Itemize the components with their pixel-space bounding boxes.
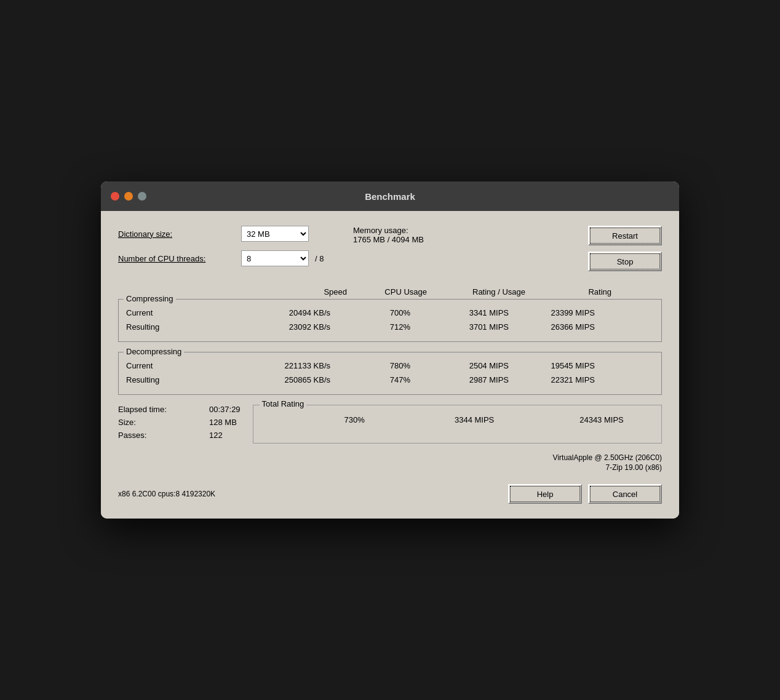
action-buttons: Restart Stop xyxy=(588,226,662,271)
header-rating-usage: Rating / Usage xyxy=(432,287,530,296)
cpu-threads-select[interactable]: 8 1 2 4 16 xyxy=(241,250,309,266)
bottom-buttons: Help Cancel xyxy=(508,484,662,504)
compressing-group: Compressing Current 20494 KB/s 700% 3341… xyxy=(118,299,662,342)
total-rating-title: Total Rating xyxy=(260,399,307,408)
comp-resulting-speed: 23092 KB/s xyxy=(249,322,335,332)
dictionary-size-select[interactable]: 32 MB 64 MB 128 MB 256 MB xyxy=(241,226,309,242)
stats-section: Elapsed time: 00:37:29 Size: 128 MB Pass… xyxy=(118,405,241,443)
total-rating-cpu: 730% xyxy=(291,415,365,424)
comp-resulting-rating: 26366 MIPS xyxy=(514,322,600,332)
maximize-button[interactable] xyxy=(138,192,146,201)
close-button[interactable] xyxy=(111,192,119,201)
form-section: Dictionary size: 32 MB 64 MB 128 MB 256 … xyxy=(118,226,341,275)
decompressing-label: Decompressing xyxy=(124,347,184,356)
total-rating-mips: 3344 MIPS xyxy=(420,415,494,424)
bottom-section: Elapsed time: 00:37:29 Size: 128 MB Pass… xyxy=(118,405,662,443)
decomp-current-rating: 19545 MIPS xyxy=(514,361,600,370)
comp-resulting-cpu: 712% xyxy=(335,322,415,332)
window-title: Benchmark xyxy=(365,191,415,202)
system-info: x86 6.2C00 cpus:8 4192320K xyxy=(118,490,215,498)
decompressing-group: Decompressing Current 221133 KB/s 780% 2… xyxy=(118,352,662,395)
traffic-lights xyxy=(111,192,146,201)
passes-label: Passes: xyxy=(118,431,204,440)
compressing-current-row: Current 20494 KB/s 700% 3341 MIPS 23399 … xyxy=(126,306,654,320)
passes-value: 122 xyxy=(209,431,223,440)
memory-section: Memory usage: 1765 MB / 4094 MB xyxy=(353,226,576,244)
benchmark-window: Benchmark Dictionary size: 32 MB 64 MB 1… xyxy=(101,181,679,519)
decomp-resulting-cpu: 747% xyxy=(335,375,415,384)
window-content: Dictionary size: 32 MB 64 MB 128 MB 256 … xyxy=(101,211,679,519)
elapsed-row: Elapsed time: 00:37:29 xyxy=(118,405,241,414)
bottom-bar: x86 6.2C00 cpus:8 4192320K Help Cancel xyxy=(118,484,662,504)
comp-current-rating-usage: 3341 MIPS xyxy=(415,308,514,317)
decomp-current-row: Current 221133 KB/s 780% 2504 MIPS 19545… xyxy=(126,359,654,373)
header-speed: Speed xyxy=(266,287,352,296)
decomp-resulting-speed: 250865 KB/s xyxy=(249,375,335,384)
decomp-current-cpu: 780% xyxy=(335,361,415,370)
minimize-button[interactable] xyxy=(124,192,133,201)
decompressing-content: Current 221133 KB/s 780% 2504 MIPS 19545… xyxy=(126,352,654,387)
passes-row: Passes: 122 xyxy=(118,431,241,440)
header-cpu: CPU Usage xyxy=(352,287,432,296)
compressing-content: Current 20494 KB/s 700% 3341 MIPS 23399 … xyxy=(126,300,654,334)
dictionary-size-row: Dictionary size: 32 MB 64 MB 128 MB 256 … xyxy=(118,226,341,242)
size-label: Size: xyxy=(118,418,204,427)
comp-resulting-rating-usage: 3701 MIPS xyxy=(415,322,514,332)
restart-button[interactable]: Restart xyxy=(588,226,662,245)
thread-suffix: / 8 xyxy=(315,254,324,263)
comp-current-rating: 23399 MIPS xyxy=(514,308,600,317)
elapsed-value: 00:37:29 xyxy=(209,405,241,414)
table-header: Speed CPU Usage Rating / Usage Rating xyxy=(118,287,662,296)
compressing-label: Compressing xyxy=(124,294,176,303)
total-rating-box: Total Rating 730% 3344 MIPS 24343 MIPS xyxy=(253,405,662,443)
size-row: Size: 128 MB xyxy=(118,418,241,427)
comp-current-cpu: 700% xyxy=(335,308,415,317)
comp-current-speed: 20494 KB/s xyxy=(249,308,335,317)
stop-button[interactable]: Stop xyxy=(588,252,662,271)
decomp-current-rating-usage: 2504 MIPS xyxy=(415,361,514,370)
elapsed-label: Elapsed time: xyxy=(118,405,204,414)
footer-info: VirtualApple @ 2.50GHz (206C0) 7-Zip 19.… xyxy=(118,453,662,472)
size-value: 128 MB xyxy=(209,418,237,427)
comp-resulting-label: Resulting xyxy=(126,322,249,332)
decomp-resulting-row: Resulting 250865 KB/s 747% 2987 MIPS 223… xyxy=(126,373,654,387)
cpu-threads-row: Number of CPU threads: 8 1 2 4 16 / 8 xyxy=(118,250,341,266)
decomp-resulting-label: Resulting xyxy=(126,375,249,384)
version-info: 7-Zip 19.00 (x86) xyxy=(118,463,662,472)
decomp-current-label: Current xyxy=(126,361,249,370)
compressing-resulting-row: Resulting 23092 KB/s 712% 3701 MIPS 2636… xyxy=(126,320,654,334)
total-rating-total: 24343 MIPS xyxy=(550,415,624,424)
dictionary-size-label: Dictionary size: xyxy=(118,229,241,239)
decomp-resulting-rating: 22321 MIPS xyxy=(514,375,600,384)
header-rating: Rating xyxy=(530,287,616,296)
memory-label: Memory usage: xyxy=(353,226,576,235)
cancel-button[interactable]: Cancel xyxy=(588,484,662,504)
cpu-threads-label: Number of CPU threads: xyxy=(118,254,241,263)
memory-value: 1765 MB / 4094 MB xyxy=(353,235,576,244)
comp-current-label: Current xyxy=(126,308,249,317)
help-button[interactable]: Help xyxy=(508,484,582,504)
processor-info: VirtualApple @ 2.50GHz (206C0) xyxy=(118,453,662,462)
titlebar: Benchmark xyxy=(101,181,679,211)
total-rating-values: 730% 3344 MIPS 24343 MIPS xyxy=(263,410,651,424)
decomp-resulting-rating-usage: 2987 MIPS xyxy=(415,375,514,384)
decomp-current-speed: 221133 KB/s xyxy=(249,361,335,370)
